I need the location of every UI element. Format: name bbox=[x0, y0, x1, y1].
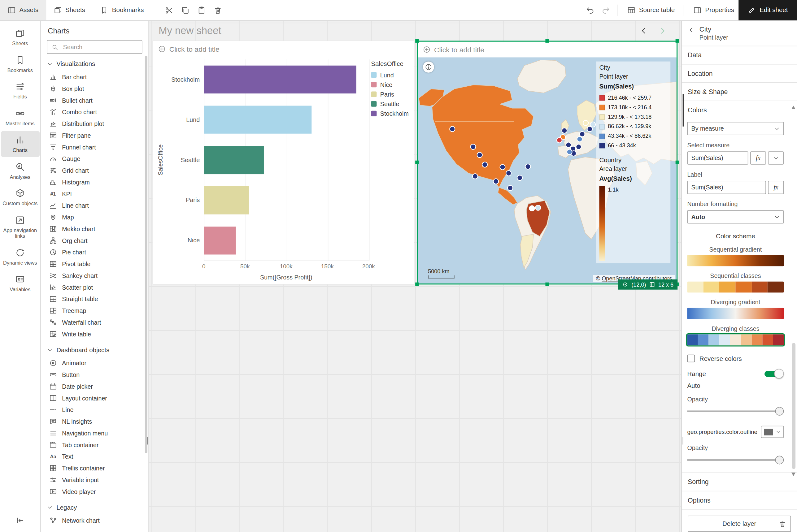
resize-handle-right[interactable] bbox=[675, 160, 679, 164]
map-point[interactable] bbox=[500, 165, 505, 170]
undo-button[interactable] bbox=[583, 2, 598, 18]
charts-panel-item-box-plot[interactable]: Box plot bbox=[40, 83, 148, 95]
charts-panel-item-trellis-container[interactable]: Trellis container bbox=[40, 462, 148, 474]
scroll-down-arrow-icon[interactable] bbox=[792, 473, 795, 476]
legend-item-nice[interactable]: Nice bbox=[371, 80, 409, 90]
props-section-colors[interactable]: Colors bbox=[682, 101, 797, 119]
source-table-button[interactable]: Source table bbox=[623, 0, 679, 20]
legend-item-stockholm[interactable]: Stockholm bbox=[371, 109, 409, 118]
charts-panel-item-histogram[interactable]: Histogram bbox=[40, 176, 148, 188]
panel-resize-handle[interactable] bbox=[681, 437, 683, 445]
redo-button[interactable] bbox=[598, 2, 613, 18]
charts-panel-item-funnel-chart[interactable]: Funnel chart bbox=[40, 141, 148, 153]
charts-panel-item-straight-table[interactable]: Straight table bbox=[40, 293, 148, 305]
props-section-sorting[interactable]: Sorting bbox=[682, 473, 797, 491]
map-point[interactable] bbox=[576, 144, 581, 150]
tab-assets[interactable]: Assets bbox=[0, 0, 46, 20]
map-point[interactable] bbox=[566, 142, 571, 147]
charts-panel-item-kpi[interactable]: #1KPI bbox=[40, 188, 148, 200]
resize-handle-top[interactable] bbox=[545, 39, 549, 42]
legend-item-lund[interactable]: Lund bbox=[371, 70, 409, 80]
bar-paris[interactable] bbox=[204, 186, 249, 214]
map-point[interactable] bbox=[493, 179, 499, 184]
opacity-slider-knob[interactable] bbox=[775, 407, 784, 415]
map-point[interactable] bbox=[583, 120, 588, 126]
resize-handle-left[interactable] bbox=[415, 160, 419, 164]
legend-item-paris[interactable]: Paris bbox=[371, 90, 409, 99]
properties-scrollbar[interactable] bbox=[791, 106, 797, 476]
charts-panel-item-date-picker[interactable]: Date picker bbox=[40, 381, 148, 393]
charts-panel-item-pivot-table[interactable]: Pivot table bbox=[40, 258, 148, 270]
section-header-visualizations[interactable]: Visualizations bbox=[40, 54, 148, 71]
bar-nice[interactable] bbox=[204, 227, 236, 255]
charts-panel-item-grid-chart[interactable]: Grid chart bbox=[40, 165, 148, 176]
map-point[interactable] bbox=[472, 174, 478, 179]
map-point[interactable] bbox=[557, 138, 562, 143]
charts-panel-item-line[interactable]: Line bbox=[40, 404, 148, 416]
charts-panel-item-layout-container[interactable]: Layout container bbox=[40, 392, 148, 404]
resize-handle-bottom[interactable] bbox=[545, 283, 549, 286]
charts-panel-item-bullet-chart[interactable]: Bullet chart bbox=[40, 94, 148, 106]
opacity-slider[interactable] bbox=[687, 406, 784, 416]
charts-panel-item-combo-chart[interactable]: Combo chart bbox=[40, 106, 148, 118]
back-chevron-icon[interactable] bbox=[688, 26, 695, 34]
color-scheme-diverging-gradient[interactable] bbox=[687, 308, 784, 319]
rail-item-dynamic-views[interactable]: Dynamic views bbox=[1, 244, 39, 269]
map-point[interactable] bbox=[470, 144, 476, 150]
props-section-size-shape[interactable]: Size & Shape bbox=[682, 83, 797, 101]
props-section-data[interactable]: Data bbox=[682, 46, 797, 64]
charts-panel-scrollbar[interactable] bbox=[145, 56, 147, 453]
bar-chart-title-placeholder[interactable]: Click to add title bbox=[153, 41, 414, 57]
cut-button[interactable] bbox=[162, 2, 177, 18]
charts-panel-item-scatter-plot[interactable]: Scatter plot bbox=[40, 281, 148, 293]
rail-item-fields[interactable]: Fields bbox=[1, 78, 39, 103]
delete-layer-button[interactable]: Delete layer bbox=[688, 516, 791, 532]
bar-seattle[interactable] bbox=[204, 146, 264, 174]
map-title-placeholder[interactable]: Click to add title bbox=[418, 42, 676, 58]
map-info-button[interactable] bbox=[423, 62, 434, 73]
rail-item-master-items[interactable]: Master items bbox=[1, 104, 39, 130]
props-section-location[interactable]: Location bbox=[682, 64, 797, 83]
range-toggle[interactable] bbox=[764, 371, 782, 377]
color-scheme-sequential-classes[interactable] bbox=[687, 281, 784, 292]
map-point[interactable] bbox=[517, 175, 522, 180]
section-header-dashboard-objects[interactable]: Dashboard objects bbox=[40, 340, 148, 357]
legend-item-seattle[interactable]: Seattle bbox=[371, 99, 409, 109]
label-expression-button[interactable]: fx bbox=[768, 181, 784, 194]
map-point[interactable] bbox=[506, 171, 511, 176]
color-scheme-diverging-classes[interactable] bbox=[687, 334, 784, 345]
charts-panel-item-treemap[interactable]: Treemap bbox=[40, 305, 148, 317]
bar-chart-object[interactable]: Click to add title SalesOffice Stockholm… bbox=[152, 40, 414, 284]
charts-panel-item-filter-pane[interactable]: Filter pane bbox=[40, 130, 148, 141]
charts-panel-item-text[interactable]: AaText bbox=[40, 451, 148, 462]
section-header-legacy[interactable]: Legacy bbox=[40, 497, 148, 515]
map-point[interactable] bbox=[580, 132, 585, 137]
color-scheme-sequential-gradient[interactable] bbox=[687, 255, 784, 266]
map-point[interactable] bbox=[529, 206, 534, 211]
map-point[interactable] bbox=[567, 149, 572, 154]
charts-search[interactable] bbox=[47, 40, 143, 54]
charts-panel-item-write-table[interactable]: Write table bbox=[40, 328, 148, 340]
outline-color-dropdown[interactable] bbox=[761, 426, 784, 438]
rail-item-variables[interactable]: Variables bbox=[1, 270, 39, 296]
scroll-up-arrow-icon[interactable] bbox=[792, 106, 795, 109]
outline-opacity-slider-knob[interactable] bbox=[775, 456, 784, 464]
charts-panel-item-variable-input[interactable]: Variable input bbox=[40, 474, 148, 486]
measure-dropdown-button[interactable] bbox=[768, 151, 784, 165]
charts-panel-item-nl-insights[interactable]: NL insights bbox=[40, 416, 148, 428]
charts-panel-item-gauge[interactable]: Gauge bbox=[40, 153, 148, 165]
map-point[interactable] bbox=[482, 162, 487, 167]
map-point[interactable] bbox=[577, 136, 582, 142]
label-input[interactable]: Sum(Sales) bbox=[687, 181, 766, 194]
delete-button[interactable] bbox=[210, 2, 226, 18]
next-sheet-arrow-icon[interactable] bbox=[658, 26, 667, 35]
map-viewport[interactable]: City Point layer Sum(Sales) 216.46k - < … bbox=[418, 57, 676, 284]
rail-item-sheets[interactable]: Sheets bbox=[1, 24, 39, 50]
rail-item-custom-objects[interactable]: Custom objects bbox=[1, 185, 39, 210]
sheet-canvas[interactable]: My new sheet Click to add title SalesOff… bbox=[149, 20, 681, 532]
charts-panel-item-tab-container[interactable]: Tab container bbox=[40, 439, 148, 451]
charts-panel-item-map[interactable]: Map bbox=[40, 211, 148, 223]
map-point[interactable] bbox=[477, 152, 482, 157]
paste-button[interactable] bbox=[194, 2, 209, 18]
resize-handle-top-left[interactable] bbox=[415, 39, 419, 42]
